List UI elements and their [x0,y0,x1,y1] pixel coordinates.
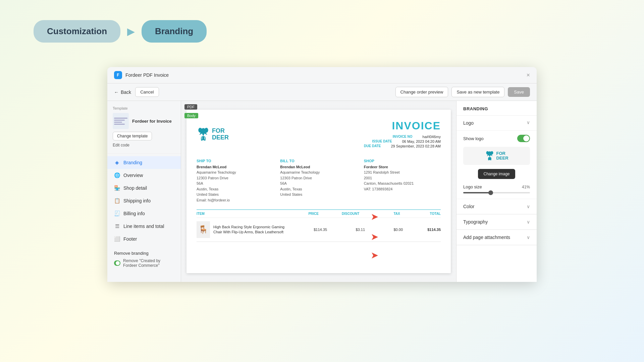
template-label: Template [113,106,175,110]
header-discount: DISCOUNT [319,212,359,216]
typography-chevron-icon: ∨ [527,219,530,225]
logo-size-value: 41% [522,185,530,189]
list-icon: ☰ [114,223,120,229]
logo-section-label: Logo [463,120,474,126]
item-total: $114.35 [403,228,441,232]
shop-col: SHOP Fordeer Store 1291 Randolph Street … [364,159,441,203]
invoice-header: FOR DEER INVOICE INVOICE NO ha#I046my [197,120,441,149]
show-logo-toggle[interactable] [517,135,530,142]
shipping-icon: 📋 [114,198,120,204]
header-tax: TAX [359,212,400,216]
color-section: Color ∨ [457,199,537,215]
show-logo-label: Show logo [463,136,484,141]
sidebar-item-shipping-info[interactable]: 📋 Shipping info [107,194,181,207]
logo-size-row: Logo size 41% [463,184,530,189]
body-badge: Body [184,113,198,118]
invoice-word: INVOICE [364,120,441,132]
change-template-button[interactable]: Change template [113,132,152,140]
logo-size-label: Logo size [463,184,482,189]
shop-icon: 🏪 [114,185,120,191]
cancel-button[interactable]: Cancel [135,87,159,97]
left-sidebar: Template Fordeer for Invoice Change temp… [107,101,181,282]
remove-branding-toggle[interactable] [114,260,120,266]
for-deer-logo: FOR DEER [197,120,229,149]
sidebar-item-billing-info[interactable]: 🧾 Billing info [107,207,181,220]
back-button[interactable]: ← Back [114,89,131,95]
pdf-preview-area: PDF Body FOR [181,101,456,282]
logo-chevron-icon: ∧ [527,120,530,126]
logo-preview-deer-icon [485,151,495,161]
logo-size-slider[interactable] [463,192,530,193]
item-tax: $0.00 [365,228,403,232]
branding-icon: ◈ [114,160,120,166]
template-name: Fordeer for Invoice [132,119,172,124]
item-thumbnail: 🪑 [197,221,210,238]
back-icon: ← [114,89,119,95]
item-name: High Back Racing Style Ergonomic Gaming … [213,225,289,235]
header-price: PRICE [278,212,319,216]
sidebar-item-shop-detail[interactable]: 🏪 Shop detail [107,182,181,194]
globe-icon: 🌐 [114,172,120,178]
window-title: Fordeer PDF Invoice [125,72,169,78]
branding-panel-title: BRANDING [457,101,537,116]
invoice-title-block: INVOICE INVOICE NO ha#I046my ISSUE DATE … [364,120,441,149]
header-item: ITEM [197,212,278,216]
color-section-header[interactable]: Color ∨ [457,199,537,214]
typography-section-label: Typography [463,219,488,225]
invoice-meta: INVOICE NO ha#I046my ISSUE DATE 06 May, … [364,135,441,148]
logo-section-content: Show logo FORDEER [457,131,537,199]
billing-icon: 🧾 [114,210,120,217]
attachments-chevron-icon: ∨ [527,235,530,240]
app-window: F Fordeer PDF Invoice × ← Back Cancel Ch… [107,67,537,282]
remove-branding-toggle-row: Remove "Created by Fordeer Commerce" [107,257,181,269]
content-area: Template Fordeer for Invoice Change temp… [107,101,537,282]
toolbar: ← Back Cancel Change order preview Save … [107,83,537,101]
line-items-table: ITEM PRICE DISCOUNT TAX TOTAL 🪑 High Bac… [197,209,441,242]
ship-to-col: SHIP TO Brendan McLeod Aquamarine Teacho… [197,159,273,203]
sidebar-item-footer[interactable]: ⬜ Footer [107,233,181,245]
deer-svg-icon [197,127,210,141]
branding-panel: BRANDING Logo ∧ Show logo [456,101,537,282]
item-price: $114.35 [289,228,327,232]
title-bar: F Fordeer PDF Invoice × [107,67,537,83]
logo-preview: FORDEER [463,147,530,165]
close-button[interactable]: × [526,72,530,79]
add-attachments-label: Add page attachments [463,235,510,240]
app-icon: F [114,71,122,79]
address-section: SHIP TO Brendan McLeod Aquamarine Teacho… [197,159,441,203]
add-attachments-section-header[interactable]: Add page attachments ∨ [457,230,537,245]
template-thumbnail [113,113,129,129]
sidebar-item-branding[interactable]: ◈ Branding [107,156,181,169]
breadcrumb-arrow: ▶ [127,25,135,37]
sidebar-item-line-items[interactable]: ☰ Line items and total [107,220,181,233]
sidebar-item-overview[interactable]: 🌐 Overview [107,169,181,182]
change-image-button[interactable]: Change image [478,169,515,179]
pdf-badge: PDF [184,104,197,110]
invoice-paper: FOR DEER INVOICE INVOICE NO ha#I046my [186,110,451,273]
color-chevron-icon: ∨ [527,204,530,209]
table-header-row: ITEM PRICE DISCOUNT TAX TOTAL [197,210,441,218]
change-order-preview-button[interactable]: Change order preview [395,87,448,97]
show-logo-row: Show logo [463,135,530,142]
step-branding[interactable]: Branding [142,20,207,43]
typography-section-header[interactable]: Typography ∨ [457,215,537,230]
logo-section: Logo ∧ Show logo [457,116,537,199]
step-customization[interactable]: Customization [34,20,120,43]
typography-section: Typography ∨ [457,215,537,230]
remove-branding-text: Remove "Created by Fordeer Commerce" [123,258,174,268]
item-discount: $3.11 [327,228,365,232]
remove-branding-label: Remove branding [107,245,181,257]
edit-code-link[interactable]: Edit code [113,143,129,147]
bill-to-col: BILL TO Brendan McLeod Aquamarine Teacho… [280,159,357,203]
template-preview: Fordeer for Invoice [113,113,175,129]
save-as-new-template-button[interactable]: Save as new template [451,87,504,97]
add-attachments-section: Add page attachments ∨ [457,230,537,245]
save-button[interactable]: Save [508,87,530,97]
table-row: 🪑 High Back Racing Style Ergonomic Gamin… [197,218,441,242]
header-total: TOTAL [400,212,441,216]
sidebar-nav: ◈ Branding 🌐 Overview 🏪 Shop detail 📋 Sh… [107,156,181,245]
breadcrumb: Customization ▶ Branding [0,0,644,56]
footer-icon: ⬜ [114,236,120,242]
logo-section-header[interactable]: Logo ∧ [457,116,537,131]
color-section-label: Color [463,204,474,209]
